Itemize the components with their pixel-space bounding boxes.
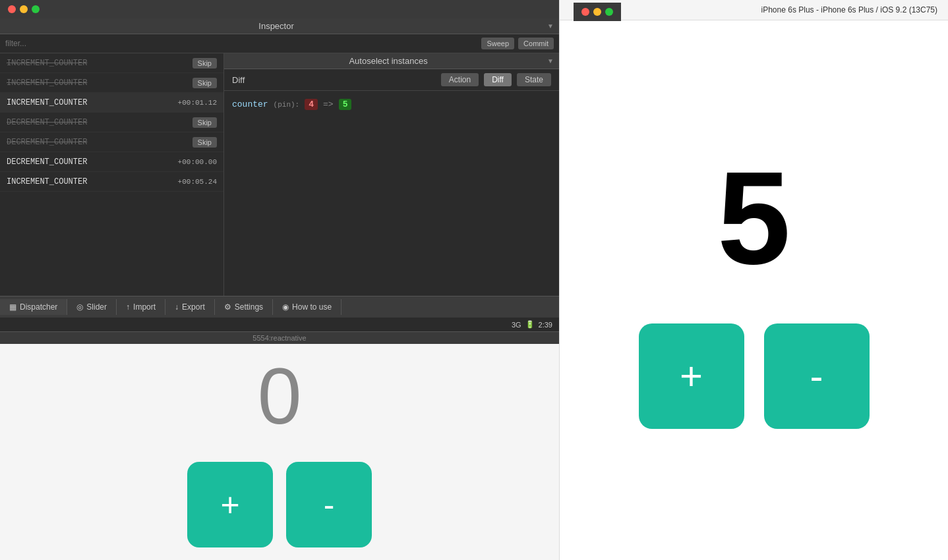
action-item[interactable]: INCREMENT_COUNTER +00:05.24 [0, 172, 223, 192]
filter-bar: Sweep Commit [0, 34, 559, 53]
phone-content: 0 + - [0, 344, 559, 560]
phone-decrement-button[interactable]: - [286, 462, 372, 547]
import-label: Import [133, 302, 156, 312]
skip-button[interactable]: Skip [193, 58, 217, 69]
maximize-button[interactable] [32, 5, 40, 13]
dispatcher-label: Dispatcher [20, 302, 57, 312]
phone-buttons: + - [187, 462, 372, 547]
toolbar-export[interactable]: ↓ Export [165, 299, 215, 315]
right-increment-button[interactable]: + [639, 323, 744, 429]
phone-counter-value: 0 [258, 356, 302, 435]
autoselect-title: Autoselect instances [229, 56, 547, 66]
diff-arrow-icon: => [323, 99, 334, 109]
action-item[interactable]: DECREMENT_COUNTER +00:00.00 [0, 152, 223, 172]
right-decrement-button[interactable]: - [764, 323, 870, 429]
commit-button[interactable]: Commit [518, 38, 554, 49]
toolbar-slider[interactable]: ◎ Slider [67, 299, 117, 315]
how-to-use-label: How to use [292, 302, 332, 312]
battery-icon: 🔋 [525, 320, 535, 329]
right-panel-titlebar: iPhone 6s Plus - iPhone 6s Plus / iOS 9.… [560, 0, 948, 20]
autoselect-header: Autoselect instances ▼ [224, 53, 559, 69]
right-close-button[interactable] [581, 8, 589, 16]
status-bar: 5554:reactnative [0, 331, 559, 344]
right-panel: iPhone 6s Plus - iPhone 6s Plus / iOS 9.… [559, 0, 948, 560]
tab-action[interactable]: Action [441, 73, 479, 86]
action-item: DECREMENT_COUNTER Skip [0, 113, 223, 132]
right-traffic-lights [574, 3, 621, 21]
action-list: INCREMENT_COUNTER Skip INCREMENT_COUNTER… [0, 53, 224, 296]
action-name: INCREMENT_COUNTER [7, 177, 87, 186]
phone-network: 3G [512, 321, 521, 329]
autoselect-dropdown-icon[interactable]: ▼ [547, 57, 554, 65]
inspector-header: Inspector ▼ [0, 18, 559, 34]
diff-title: Diff [232, 75, 436, 85]
settings-icon: ⚙ [224, 302, 231, 312]
right-minimize-button[interactable] [593, 8, 601, 16]
main-content: INCREMENT_COUNTER Skip INCREMENT_COUNTER… [0, 53, 559, 296]
right-panel-content: 5 + - [560, 20, 948, 560]
diff-header: Diff Action Diff State [224, 69, 559, 91]
diff-content: counter (pin): 4 => 5 [224, 91, 559, 296]
status-text: 5554:reactnative [252, 334, 306, 342]
import-icon: ↑ [126, 302, 130, 312]
action-name: INCREMENT_COUNTER [7, 59, 87, 68]
phone-simulator: 3G 🔋 2:39 5554:reactnative 0 + - [0, 318, 559, 560]
right-buttons: + - [639, 323, 870, 429]
skip-button[interactable]: Skip [193, 78, 217, 88]
export-label: Export [182, 302, 205, 312]
skip-button[interactable]: Skip [193, 117, 217, 128]
phone-increment-button[interactable]: + [187, 462, 273, 547]
action-item: DECREMENT_COUNTER Skip [0, 132, 223, 152]
action-name: DECREMENT_COUNTER [7, 118, 87, 127]
right-counter-value: 5 [717, 152, 790, 284]
how-to-use-icon: ◉ [282, 302, 289, 312]
dispatcher-icon: ▦ [9, 302, 16, 312]
right-maximize-button[interactable] [605, 8, 613, 16]
action-time: +00:01.12 [178, 99, 217, 107]
action-name: INCREMENT_COUNTER [7, 98, 87, 107]
action-item[interactable]: INCREMENT_COUNTER +00:01.12 [0, 93, 223, 113]
settings-label: Settings [235, 302, 263, 312]
phone-time: 2:39 [539, 321, 552, 329]
close-button[interactable] [8, 5, 16, 13]
diff-pin: (pin): [274, 101, 300, 109]
slider-icon: ◎ [76, 302, 83, 312]
right-panel-title: iPhone 6s Plus - iPhone 6s Plus / iOS 9.… [761, 5, 937, 14]
action-item: INCREMENT_COUNTER Skip [0, 53, 223, 73]
action-name: DECREMENT_COUNTER [7, 138, 87, 147]
slider-label: Slider [86, 302, 107, 312]
inspector-title: Inspector [5, 21, 547, 31]
action-name: DECREMENT_COUNTER [7, 157, 87, 167]
action-time: +00:05.24 [178, 178, 217, 186]
toolbar-dispatcher[interactable]: ▦ Dispatcher [0, 299, 67, 315]
inspector-panel: Inspector ▼ Sweep Commit INCREMENT_COUNT… [0, 0, 559, 560]
toolbar-how-to-use[interactable]: ◉ How to use [273, 299, 341, 315]
phone-status-bar: 3G 🔋 2:39 [0, 318, 559, 331]
action-name: INCREMENT_COUNTER [7, 78, 87, 88]
export-icon: ↓ [175, 302, 179, 312]
tab-diff[interactable]: Diff [484, 73, 512, 86]
diff-new-value: 5 [339, 99, 352, 110]
bottom-toolbar: ▦ Dispatcher ◎ Slider ↑ Import ↓ Export … [0, 296, 559, 318]
sweep-button[interactable]: Sweep [481, 38, 514, 49]
diff-pane: Autoselect instances ▼ Diff Action Diff … [224, 53, 559, 296]
toolbar-settings[interactable]: ⚙ Settings [215, 299, 273, 315]
action-item: INCREMENT_COUNTER Skip [0, 73, 223, 93]
skip-button[interactable]: Skip [193, 137, 217, 148]
toolbar-import[interactable]: ↑ Import [117, 299, 165, 315]
inspector-dropdown-icon[interactable]: ▼ [547, 22, 554, 30]
diff-old-value: 4 [305, 99, 318, 110]
diff-key: counter [232, 99, 268, 109]
minimize-button[interactable] [20, 5, 28, 13]
action-time: +00:00.00 [178, 158, 217, 166]
tab-state[interactable]: State [517, 73, 551, 86]
traffic-lights [0, 0, 559, 18]
filter-input[interactable] [5, 39, 477, 48]
diff-line: counter (pin): 4 => 5 [232, 99, 551, 110]
